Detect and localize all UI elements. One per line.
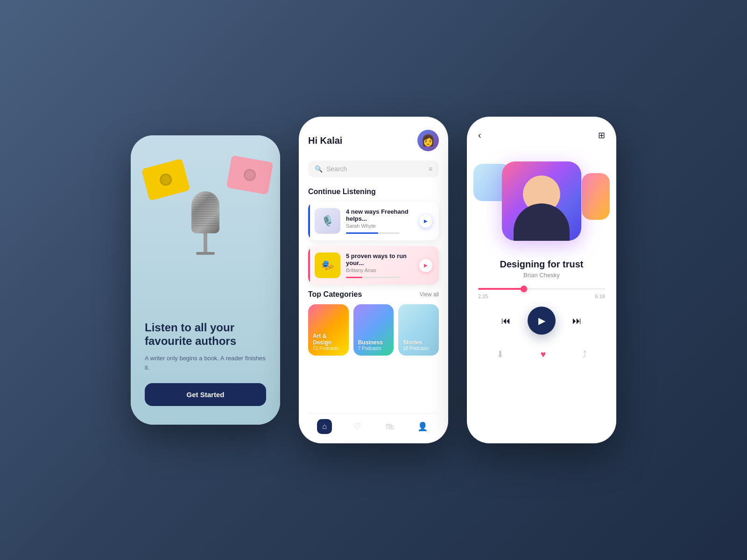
progress-fill-1 (346, 232, 378, 234)
progress-section: 2.25 6.18 (478, 288, 605, 299)
nav-favorites-icon[interactable]: ♡ (350, 419, 365, 434)
greeting-text: Hi Kalai (308, 135, 342, 146)
podcast-title-1: 4 new ways Freehand helps... (346, 208, 414, 222)
podcast-info-1: 4 new ways Freehand helps... Sarah Whyte (346, 208, 414, 234)
progress-bar-2 (346, 277, 400, 278)
album-bg-right (582, 173, 610, 220)
download-button[interactable]: ⬇ (496, 349, 504, 360)
mic-base (196, 252, 215, 255)
previous-button[interactable]: ⏮ (498, 312, 514, 329)
podcast-thumb-1: 🎙️ (315, 208, 340, 234)
onboarding-title: Listen to all your favourite authors (145, 321, 266, 348)
player-header: ‹ ⊞ (478, 130, 605, 140)
cat-name-2: Business (358, 339, 389, 346)
equalizer-button[interactable]: ⊞ (598, 130, 605, 140)
onboarding-screen: Listen to all your favourite authors A w… (131, 135, 280, 425)
back-button[interactable]: ‹ (478, 130, 481, 140)
nav-profile-icon[interactable]: 👤 (415, 419, 430, 434)
time-total: 6.18 (595, 294, 605, 299)
cat-count-1: 72 Podcasts (313, 346, 344, 351)
avatar-emoji: 👩 (421, 134, 435, 147)
cat-count-2: 7 Podcasts (358, 346, 389, 351)
get-started-button[interactable]: Get Started (145, 383, 266, 406)
next-button[interactable]: ⏭ (569, 312, 585, 329)
nav-home-icon[interactable]: ⌂ (317, 419, 332, 434)
progress-bar-1 (346, 232, 400, 234)
podcast-thumb-2: 🎭 (315, 252, 340, 278)
main-app-screen: Hi Kalai 👩 🔍 Search ≡ Continue Listening… (299, 117, 448, 443)
mic-stand (204, 233, 207, 252)
play-button-2[interactable]: ▶ (419, 259, 432, 272)
progress-fill-2 (346, 277, 362, 278)
podcast-info-2: 5 proven ways to run your... Brittany An… (346, 252, 414, 278)
action-bar: ⬇ ♥ ⤴ (478, 349, 605, 360)
user-avatar[interactable]: 👩 (417, 130, 439, 151)
album-art-container (478, 154, 605, 248)
progress-fill (478, 288, 524, 290)
share-button[interactable]: ⤴ (582, 349, 587, 360)
mic-head (191, 191, 219, 233)
like-button[interactable]: ♥ (541, 349, 546, 360)
cat-count-3: 18 Podcasts (403, 346, 434, 351)
category-card-art-design[interactable]: Art & Design 72 Podcasts (308, 304, 349, 356)
app-header: Hi Kalai 👩 (308, 130, 439, 151)
bottom-nav: ⌂ ♡ 🛍 👤 (308, 413, 439, 434)
podcast-card-1[interactable]: 🎙️ 4 new ways Freehand helps... Sarah Wh… (308, 202, 439, 240)
cat-name-3: Stories (403, 339, 434, 346)
podcast-card-2[interactable]: 🎭 5 proven ways to run your... Brittany … (308, 246, 439, 285)
progress-thumb[interactable] (521, 286, 527, 292)
filter-icon: ≡ (429, 165, 432, 173)
category-card-stories[interactable]: Stories 18 Podcasts (398, 304, 439, 356)
track-title: Designing for trust (478, 259, 605, 270)
search-bar[interactable]: 🔍 Search ≡ (308, 161, 439, 177)
cat-name-1: Art & Design (313, 333, 344, 346)
progress-track[interactable] (478, 288, 605, 290)
podcast-author-2: Brittany Anas (346, 267, 414, 273)
album-art-main (502, 161, 581, 241)
category-card-business[interactable]: Business 7 Podcasts (353, 304, 394, 356)
search-placeholder-text: Search (326, 165, 425, 173)
artist-body (514, 203, 570, 241)
greeting-prefix: Hi (308, 135, 320, 146)
progress-times: 2.25 6.18 (478, 294, 605, 299)
view-all-button[interactable]: View all (420, 291, 439, 298)
track-info: Designing for trust Brian Chesky (478, 259, 605, 279)
track-artist: Brian Chesky (478, 272, 605, 279)
onboarding-subtitle: A writer only begins a book. A reader fi… (145, 354, 266, 372)
podcast-title-2: 5 proven ways to run your... (346, 252, 414, 266)
onboarding-content: Listen to all your favourite authors A w… (145, 321, 266, 406)
play-button-1[interactable]: ▶ (419, 215, 432, 228)
categories-grid: Art & Design 72 Podcasts Business 7 Podc… (308, 304, 439, 356)
play-pause-button[interactable]: ▶ (528, 307, 556, 335)
nav-store-icon[interactable]: 🛍 (382, 419, 397, 434)
continue-listening-label: Continue Listening (308, 188, 439, 196)
player-screen: ‹ ⊞ Designing for trust Brian Chesky 2.2… (467, 117, 616, 443)
greeting-name: Kalai (320, 135, 343, 146)
search-icon: 🔍 (315, 165, 323, 173)
categories-header: Top Categories View all (308, 290, 439, 299)
top-categories-label: Top Categories (308, 290, 362, 299)
microphone-illustration (182, 191, 229, 275)
playback-controls: ⏮ ▶ ⏭ (478, 307, 605, 335)
time-current: 2.25 (478, 294, 488, 299)
podcast-author-1: Sarah Whyte (346, 223, 414, 229)
